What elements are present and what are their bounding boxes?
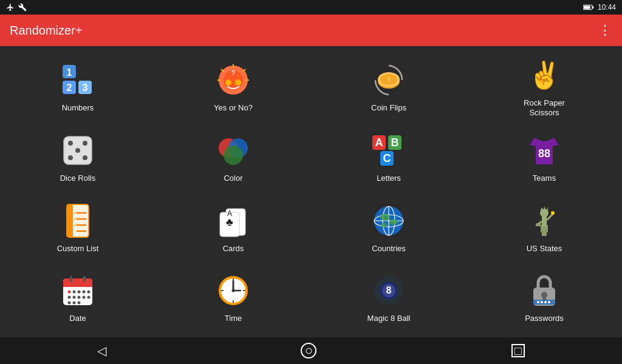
svg-text:2: 2	[67, 83, 72, 93]
home-button[interactable]: ○	[301, 343, 316, 359]
rock-paper-scissors-item[interactable]: ✌️ Rock PaperScissors	[466, 51, 622, 122]
svg-point-78	[68, 291, 71, 294]
dice-rolls-label: Dice Rolls	[60, 174, 96, 183]
svg-line-16	[221, 69, 224, 72]
us-states-label: US States	[527, 244, 562, 254]
svg-point-80	[78, 291, 81, 294]
svg-point-31	[224, 146, 243, 165]
dice-rolls-icon	[58, 131, 97, 170]
svg-point-111	[548, 301, 550, 303]
color-label: Color	[224, 174, 242, 183]
app-title: Randomizer+	[10, 24, 83, 38]
status-left-icons	[6, 3, 27, 12]
cards-item[interactable]: K ♠ ♣ A Cards	[156, 192, 311, 263]
svg-text:✓: ✓	[73, 210, 78, 216]
svg-point-61	[381, 223, 387, 228]
svg-point-26	[83, 141, 87, 146]
bottom-nav: ◁ ○ □	[0, 337, 622, 364]
us-states-icon	[525, 201, 564, 240]
svg-rect-1	[584, 5, 590, 8]
magic-8-ball-icon: 8	[369, 271, 408, 310]
rock-paper-scissors-icon: ✌️	[525, 56, 564, 95]
svg-point-87	[87, 296, 91, 299]
svg-marker-67	[544, 206, 545, 209]
svg-point-88	[68, 302, 71, 305]
passwords-label: Passwords	[525, 314, 564, 323]
custom-list-label: Custom List	[57, 244, 99, 254]
svg-point-59	[380, 214, 390, 221]
battery-icon	[583, 4, 594, 11]
svg-point-108	[537, 301, 539, 303]
status-bar: 10:44	[0, 0, 622, 15]
us-states-item[interactable]: US States	[466, 192, 622, 263]
rock-paper-scissors-label: Rock PaperScissors	[524, 98, 565, 117]
svg-point-28	[83, 155, 87, 160]
numbers-label: Numbers	[62, 103, 94, 113]
svg-rect-72	[536, 223, 541, 226]
color-item[interactable]: Color	[156, 122, 311, 192]
countries-label: Countries	[372, 244, 406, 254]
svg-point-109	[541, 301, 543, 303]
status-right: 10:44	[583, 3, 616, 12]
svg-text:$: $	[387, 76, 391, 83]
back-button[interactable]: ◁	[97, 343, 106, 358]
yes-or-no-icon: ?	[214, 61, 253, 99]
teams-icon: 88	[525, 131, 564, 170]
cards-icon: K ♠ ♣ A	[214, 201, 253, 240]
svg-point-12	[225, 79, 231, 86]
teams-label: Teams	[533, 174, 556, 183]
svg-text:A: A	[227, 209, 232, 218]
svg-text:✓: ✓	[73, 222, 78, 228]
custom-list-item[interactable]: ✓ ✓ ✓ Custom List	[0, 192, 156, 263]
svg-point-90	[78, 302, 81, 305]
svg-text:1: 1	[67, 67, 72, 78]
app-bar: Randomizer+ ⋮	[0, 15, 622, 46]
time-display: 10:44	[598, 3, 616, 12]
airplane-icon	[6, 3, 15, 12]
svg-point-81	[83, 291, 86, 294]
passwords-item[interactable]: Passwords	[466, 262, 622, 332]
svg-point-24	[68, 141, 73, 146]
numbers-item[interactable]: 1 2 3 Numbers	[0, 51, 156, 122]
time-icon	[214, 271, 253, 310]
svg-point-86	[83, 296, 86, 299]
dice-rolls-item[interactable]: Dice Rolls	[0, 122, 156, 192]
time-item[interactable]: Time	[156, 262, 311, 332]
letters-item[interactable]: A B C Letters	[311, 122, 466, 192]
svg-point-27	[68, 155, 73, 160]
svg-text:✓: ✓	[73, 216, 78, 222]
svg-line-15	[243, 69, 245, 72]
coin-flips-item[interactable]: $ Coin Flips	[311, 51, 466, 122]
date-item[interactable]: Date	[0, 262, 156, 332]
svg-text:C: C	[383, 152, 391, 164]
letters-label: Letters	[377, 174, 401, 183]
magic-8-ball-item[interactable]: 8 Magic 8 Ball	[311, 262, 466, 332]
svg-point-25	[75, 148, 80, 153]
svg-rect-76	[70, 276, 72, 282]
date-label: Date	[69, 314, 86, 323]
svg-rect-75	[63, 285, 92, 287]
svg-text:B: B	[391, 136, 399, 149]
coin-flips-icon: $	[369, 61, 408, 99]
svg-text:88: 88	[538, 147, 550, 160]
countries-item[interactable]: Countries	[311, 192, 466, 263]
yes-or-no-item[interactable]: ? Yes or No?	[156, 51, 311, 122]
svg-text:8: 8	[386, 285, 392, 295]
svg-point-79	[73, 291, 76, 294]
svg-point-85	[78, 296, 81, 299]
svg-text:♣: ♣	[226, 216, 233, 228]
svg-point-70	[551, 211, 555, 215]
teams-item[interactable]: 88 Teams	[466, 122, 622, 192]
svg-marker-66	[541, 207, 543, 211]
passwords-icon	[525, 271, 564, 310]
cards-label: Cards	[223, 244, 244, 254]
more-options-button[interactable]: ⋮	[598, 22, 612, 38]
letters-icon: A B C	[369, 131, 408, 170]
svg-point-110	[544, 301, 547, 303]
countries-icon	[369, 201, 408, 240]
svg-point-60	[389, 219, 398, 225]
wrench-icon	[18, 3, 27, 12]
svg-text:A: A	[375, 136, 383, 149]
recent-button[interactable]: □	[511, 344, 525, 357]
svg-text:?: ?	[231, 70, 235, 76]
